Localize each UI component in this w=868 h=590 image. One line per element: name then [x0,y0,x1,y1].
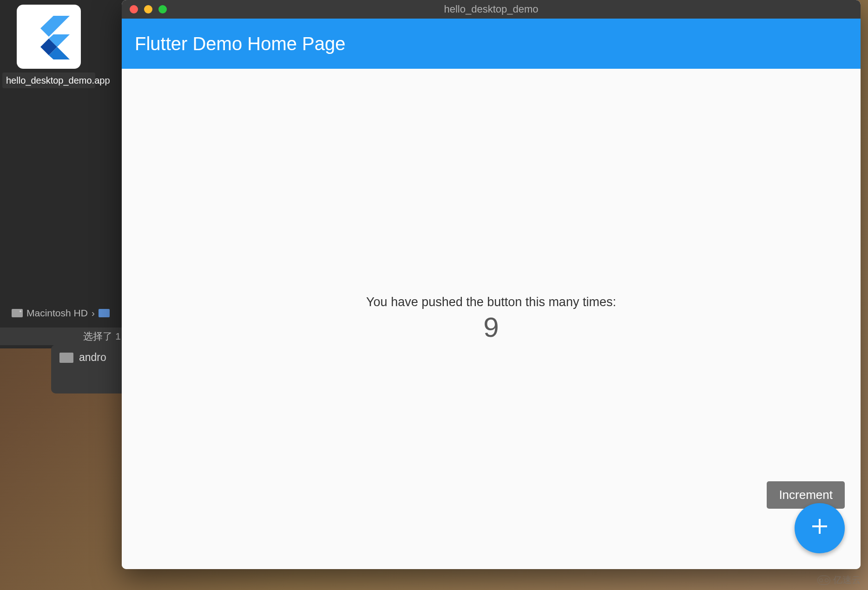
close-button[interactable] [130,5,138,13]
fab-tooltip: Increment [767,481,845,509]
counter-description-text: You have pushed the button this many tim… [366,295,616,309]
counter-value: 9 [483,311,499,343]
watermark: 亿速云 [817,574,861,586]
tooltip-text: Increment [779,488,833,502]
watermark-icon [817,576,830,585]
plus-icon [809,516,830,540]
folder-icon [59,353,73,363]
lower-finder-window[interactable]: andro [51,345,130,393]
desktop-icon-label: hello_desktop_demo.app [2,72,95,88]
finder-breadcrumb[interactable]: Macintosh HD › [12,308,110,319]
lower-finder-item-label: andro [79,351,106,364]
maximize-button[interactable] [158,5,167,13]
desktop-app-icon[interactable]: hello_desktop_demo.app [9,5,88,88]
finder-selection-status: 选择了 1 [0,328,125,345]
window-title: hello_desktop_demo [122,3,861,15]
app-bar-title: Flutter Demo Home Page [135,33,346,54]
breadcrumb-disk: Macintosh HD [26,308,88,319]
watermark-text: 亿速云 [833,574,861,586]
flutter-logo-svg [26,13,72,60]
window-titlebar[interactable]: hello_desktop_demo [122,0,861,19]
disk-icon [12,309,23,317]
minimize-button[interactable] [144,5,152,13]
flutter-logo-icon [17,5,81,69]
selection-count-label: 选择了 1 [83,330,121,343]
lower-finder-item[interactable]: andro [51,345,130,370]
app-bar: Flutter Demo Home Page [122,19,861,69]
app-window: hello_desktop_demo Flutter Demo Home Pag… [122,0,861,569]
breadcrumb-separator: › [92,308,95,319]
increment-fab-button[interactable] [795,503,845,553]
traffic-lights [122,5,167,13]
folder-icon [99,309,110,317]
app-body: You have pushed the button this many tim… [122,69,861,569]
